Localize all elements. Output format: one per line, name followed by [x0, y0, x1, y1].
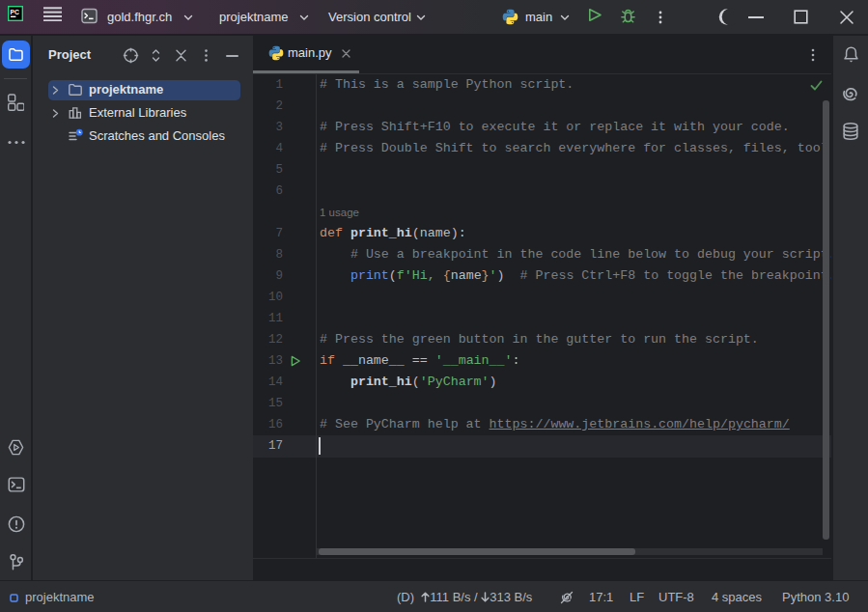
svg-text:PC: PC [11, 9, 19, 15]
